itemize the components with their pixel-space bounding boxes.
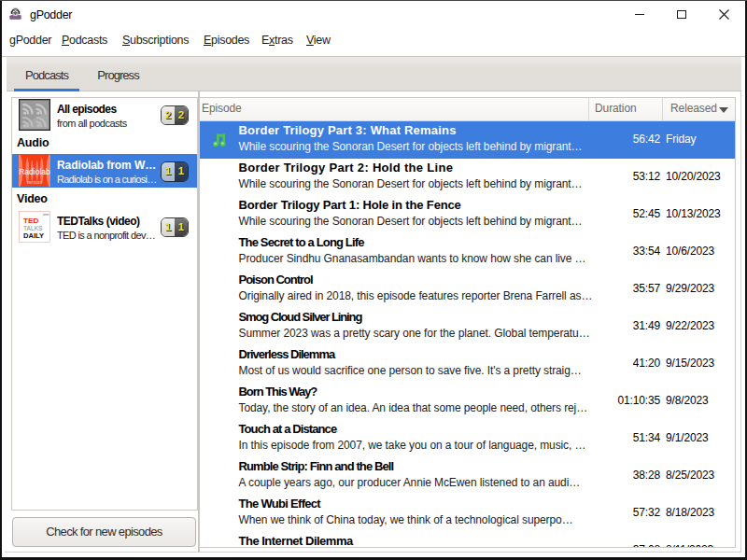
svg-text:DAILY: DAILY bbox=[23, 231, 44, 240]
svg-text:Radiolab: Radiolab bbox=[19, 167, 50, 176]
svg-text:TALKS: TALKS bbox=[23, 225, 43, 231]
svg-text:WNYC STUDIOS: WNYC STUDIOS bbox=[27, 181, 42, 185]
